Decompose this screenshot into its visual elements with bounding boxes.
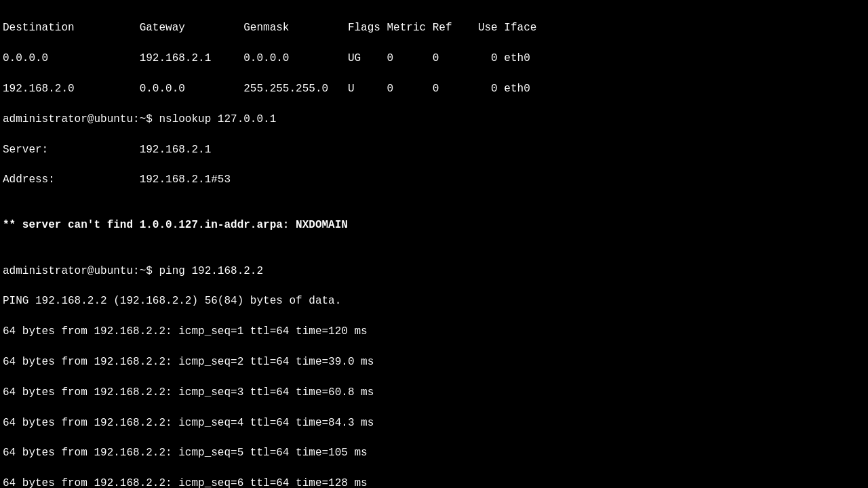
- terminal-line: administrator@ubuntu:~$ ping 192.168.2.2: [3, 264, 865, 279]
- terminal-line: ** server can't find 1.0.0.127.in-addr.a…: [3, 218, 865, 232]
- terminal-line: 64 bytes from 192.168.2.2: icmp_seq=6 tt…: [3, 476, 865, 488]
- terminal-line: 192.168.2.0 0.0.0.0 255.255.255.0 U 0 0 …: [3, 81, 865, 96]
- terminal-line: 64 bytes from 192.168.2.2: icmp_seq=1 tt…: [3, 324, 865, 339]
- terminal-line: 64 bytes from 192.168.2.2: icmp_seq=2 tt…: [3, 354, 865, 369]
- terminal-line: PING 192.168.2.2 (192.168.2.2) 56(84) by…: [3, 293, 865, 308]
- terminal-line: Address: 192.168.2.1#53: [3, 172, 865, 187]
- terminal-output: Destination Gateway Genmask Flags Metric…: [3, 5, 865, 483]
- terminal-line: Destination Gateway Genmask Flags Metric…: [3, 20, 865, 35]
- terminal-line: Server: 192.168.2.1: [3, 142, 865, 157]
- terminal-line: 64 bytes from 192.168.2.2: icmp_seq=3 tt…: [3, 385, 865, 400]
- terminal-line: 64 bytes from 192.168.2.2: icmp_seq=5 tt…: [3, 445, 865, 460]
- terminal-line: 64 bytes from 192.168.2.2: icmp_seq=4 tt…: [3, 415, 865, 430]
- terminal-line: 0.0.0.0 192.168.2.1 0.0.0.0 UG 0 0 0 eth…: [3, 51, 865, 66]
- terminal-line: administrator@ubuntu:~$ nslookup 127.0.0…: [3, 112, 865, 127]
